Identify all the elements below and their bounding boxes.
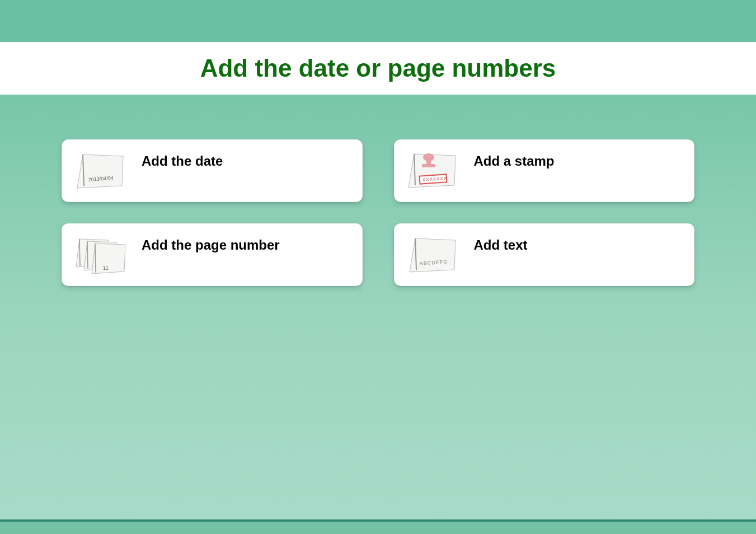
- svg-rect-7: [422, 164, 435, 167]
- page-number-icon: 9 10 11: [70, 234, 132, 278]
- bottom-band: [0, 522, 756, 534]
- stamp-icon: XXXXXXX: [402, 150, 464, 194]
- date-icon: 2013/04/04: [70, 150, 132, 194]
- top-banner: [0, 0, 756, 42]
- card-add-page-number[interactable]: 9 10 11 Add the page number: [62, 223, 363, 286]
- svg-text:11: 11: [102, 265, 109, 271]
- content-area: 2013/04/04 Add the date: [0, 95, 756, 286]
- card-add-date[interactable]: 2013/04/04 Add the date: [62, 139, 363, 202]
- card-label: Add text: [474, 234, 528, 253]
- card-label: Add the page number: [142, 234, 280, 253]
- title-bar: Add the date or page numbers: [0, 42, 756, 95]
- svg-line-11: [79, 239, 80, 266]
- card-label: Add the date: [142, 150, 223, 169]
- svg-line-14: [87, 241, 88, 269]
- text-icon: ABCDEFG: [402, 234, 464, 278]
- svg-line-17: [95, 243, 96, 273]
- card-grid: 2013/04/04 Add the date: [62, 139, 694, 286]
- card-add-stamp[interactable]: XXXXXXX Add a stamp: [394, 139, 695, 202]
- svg-marker-16: [92, 243, 125, 274]
- svg-rect-6: [426, 158, 431, 164]
- card-label: Add a stamp: [474, 150, 555, 169]
- page-title: Add the date or page numbers: [0, 54, 756, 82]
- card-add-text[interactable]: ABCDEFG Add text: [394, 223, 695, 286]
